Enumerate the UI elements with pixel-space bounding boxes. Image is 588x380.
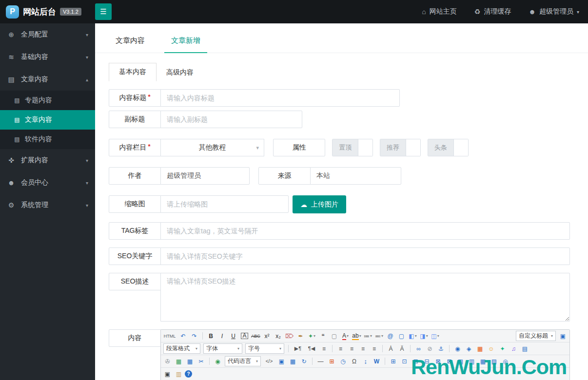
attr-recommend-checkbox[interactable] [406, 139, 420, 156]
ordered-list-icon[interactable]: ≔▾ [363, 331, 373, 341]
submenu-item-software-content[interactable]: ▤ 软件内容 [0, 130, 95, 149]
submenu-item-topic-content[interactable]: ▤ 专题内容 [0, 91, 95, 110]
font-select[interactable]: 字体▾ [203, 343, 242, 354]
category-select[interactable]: 其他教程 ▾ [160, 139, 264, 156]
delete-col-icon[interactable]: ▥ [467, 356, 477, 366]
insert-code-icon[interactable]: </> [263, 356, 275, 366]
superscript-icon[interactable]: x² [262, 331, 272, 341]
paragraph-ltr-icon[interactable]: ▶¶ [292, 343, 304, 354]
italic-icon[interactable]: I [217, 331, 227, 341]
nav-site-home-link[interactable]: ⌂ 网站主页 [422, 7, 456, 16]
calendar-icon[interactable]: ⊞ [327, 356, 337, 366]
sidebar-item-global-config[interactable]: ⊕ 全局配置 ▾ [0, 23, 95, 46]
clipboard-paste-icon[interactable]: ▥ [174, 369, 184, 379]
image-align-middle-icon[interactable]: ◨▾ [419, 331, 429, 341]
screenshot-icon[interactable]: ✂ [196, 356, 206, 366]
eraser-icon[interactable]: ⌦ [284, 331, 294, 341]
nav-clear-cache-link[interactable]: ♻ 清理缓存 [474, 7, 511, 16]
tag-input[interactable] [160, 222, 570, 240]
sidebar-item-article-content[interactable]: ▤ 文章内容 ▴ [0, 68, 95, 91]
size-select[interactable]: 字号▾ [245, 343, 284, 354]
subtitle-input[interactable] [160, 111, 302, 128]
refresh-icon[interactable]: ↻ [299, 356, 309, 366]
seo-desc-textarea[interactable] [160, 273, 570, 322]
emoticons-icon[interactable]: ☺ [486, 343, 496, 354]
magnifier-icon[interactable]: ◎ [500, 356, 510, 366]
insert-row-below-icon[interactable]: ⊟ [422, 356, 432, 366]
image-align-bottom-icon[interactable]: ◫▾ [430, 331, 440, 341]
code-theme-icon[interactable]: ◉ [213, 356, 223, 366]
insert-row-above-icon[interactable]: ⊟ [411, 356, 421, 366]
horizontal-rule-icon[interactable]: — [315, 356, 326, 366]
nav-admin-menu[interactable]: ☻ 超级管理员 ▾ [529, 7, 579, 16]
strikethrough-icon[interactable]: ABC [251, 331, 261, 341]
sidebar-item-member-center[interactable]: ☻ 会员中心 ▾ [0, 171, 95, 194]
subscript-icon[interactable]: x₂ [273, 331, 283, 341]
background-color-icon[interactable]: ab▾ [352, 331, 362, 341]
image-align-top-icon[interactable]: ◧▾ [408, 331, 418, 341]
paragraph-rtl-icon[interactable]: ¶◀ [305, 343, 318, 354]
image-remote-icon[interactable]: ▦ [185, 356, 195, 366]
line-height-icon[interactable]: ≡ [319, 343, 329, 354]
map-icon[interactable]: ◉ [452, 343, 463, 354]
clock-icon[interactable]: ◷ [338, 356, 348, 366]
undo-icon[interactable]: ↶ [178, 331, 188, 341]
help-icon[interactable]: ? [185, 370, 192, 378]
delete-row-icon[interactable]: ▤ [455, 356, 466, 366]
align-right-icon[interactable]: ≡ [358, 343, 368, 354]
code-lang-select[interactable]: 代码语言▾ [225, 356, 261, 366]
submenu-item-article-content[interactable]: ▤ 文章内容 [0, 110, 95, 130]
tab-advanced-content[interactable]: 高级内容 [157, 64, 203, 81]
book-icon[interactable]: ▤ [520, 343, 530, 354]
redo-icon[interactable]: ↷ [189, 331, 199, 341]
insert-media-icon[interactable]: ♫ [509, 343, 519, 354]
attr-headline-checkbox[interactable] [453, 139, 468, 156]
special-char-icon[interactable]: Ω [349, 356, 359, 366]
insert-image-icon[interactable]: ▦ [475, 343, 485, 354]
letter-case-upper-icon[interactable]: Ȧ [386, 343, 396, 354]
align-left-icon[interactable]: ≡ [335, 343, 346, 354]
table-icon[interactable]: ▦ [288, 356, 298, 366]
cell-props-icon[interactable]: ⊡ [399, 356, 410, 366]
anchor-a-icon[interactable]: @ [385, 331, 395, 341]
tab-article-new[interactable]: 文章新增 [164, 33, 207, 53]
print-icon[interactable]: ▣ [162, 369, 173, 379]
auto-typeset-icon[interactable]: ✦▾ [307, 331, 317, 341]
preview-monitor-icon[interactable]: ▣ [558, 331, 568, 341]
seo-keyword-input[interactable] [160, 247, 570, 265]
align-justify-icon[interactable]: ≡ [369, 343, 379, 354]
sidebar-item-extension-content[interactable]: ✜ 扩展内容 ▾ [0, 149, 95, 171]
attachment-icon[interactable]: ✇ [162, 356, 173, 366]
sidebar-item-system-manage[interactable]: ⚙ 系统管理 ▾ [0, 194, 95, 216]
upload-image-button[interactable]: ☁ 上传图片 [293, 195, 346, 213]
flash-icon[interactable]: ✦ [497, 343, 508, 354]
underline-icon[interactable]: U [228, 331, 238, 341]
blank-page-icon[interactable]: ▢ [396, 331, 407, 341]
attr-stick-top-checkbox[interactable] [358, 139, 372, 156]
custom-title-select[interactable]: 自定义标题▾ [516, 331, 556, 341]
paragraph-select[interactable]: 段落格式▾ [163, 343, 200, 354]
paste-plain-icon[interactable]: ▣ [276, 356, 287, 366]
source-input[interactable] [310, 167, 401, 185]
author-input[interactable] [160, 167, 250, 185]
new-document-icon[interactable]: ▢ [329, 331, 339, 341]
anchor-icon[interactable]: ⚓ [436, 343, 446, 354]
format-brush-icon[interactable]: ✒ [295, 331, 306, 341]
sidebar-toggle-button[interactable]: ☰ [95, 3, 112, 20]
baidu-map-icon[interactable]: ◈ [464, 343, 474, 354]
font-color-icon[interactable]: A▾ [340, 331, 351, 341]
merge-cells-icon[interactable]: ▦ [478, 356, 488, 366]
split-cells-icon[interactable]: ▧ [489, 356, 499, 366]
insert-col-left-icon[interactable]: ⊠ [433, 356, 443, 366]
unordered-list-icon[interactable]: ≕▾ [374, 331, 384, 341]
letter-case-lower-icon[interactable]: Ä [397, 343, 407, 354]
bold-icon[interactable]: B [206, 331, 216, 341]
tab-article-content[interactable]: 文章内容 [109, 33, 152, 53]
unlink-icon[interactable]: ⊘ [425, 343, 435, 354]
thumbnail-input[interactable] [160, 195, 289, 213]
source-code-icon[interactable]: HTML [162, 331, 177, 341]
title-input[interactable] [160, 89, 400, 107]
sidebar-item-basic-content[interactable]: ≋ 基础内容 ▾ [0, 46, 95, 68]
tab-basic-content[interactable]: 基本内容 [109, 63, 157, 81]
insert-link-icon[interactable]: ∞ [413, 343, 424, 354]
